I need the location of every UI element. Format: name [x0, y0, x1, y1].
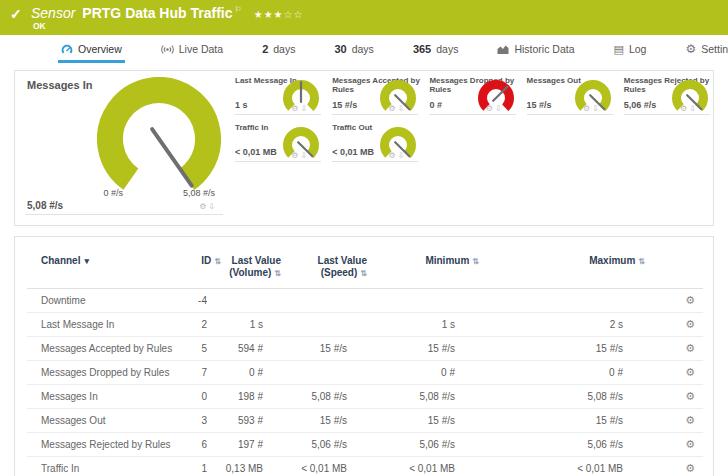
tile-divider: [235, 161, 321, 162]
tab-live-data[interactable]: Live Data: [158, 38, 226, 63]
gauges-panel: Messages In 0 #/s 5,08 #/s 5,08 #/s ⚙⇩ L…: [14, 70, 714, 226]
table-row: Downtime-4⚙: [27, 289, 703, 313]
column-header-actions: [647, 247, 703, 289]
gauge-pin-icon[interactable]: ⇩: [208, 202, 217, 211]
gauge-value: 15 #/s: [332, 100, 357, 110]
sort-icon: ⇅: [274, 269, 281, 278]
gauge-scale-min: 0 #/s: [71, 188, 123, 198]
gauge-pin-icon[interactable]: ⇩: [300, 151, 309, 160]
id-cell: 7: [177, 361, 223, 385]
gauge-pin-icon[interactable]: ⇩: [398, 104, 407, 113]
sort-icon: ⇅: [472, 257, 479, 266]
gauge-tile: Last Message In1 s⚙⇩: [227, 71, 324, 118]
column-header-maximum[interactable]: Maximum⇅: [481, 247, 647, 289]
sort-desc-icon: ▾: [84, 256, 89, 266]
tab-label: Live Data: [179, 43, 223, 55]
empty-tile: [616, 118, 713, 165]
tab-label: days: [436, 43, 458, 55]
channel-settings-icon[interactable]: ⚙: [685, 390, 695, 402]
star-filled-icon[interactable]: ★: [264, 9, 274, 20]
empty-tile: [519, 118, 616, 165]
channel-settings-icon[interactable]: ⚙: [685, 414, 695, 426]
min-cell: 5,08 #/s: [369, 385, 481, 409]
actions-cell: ⚙: [647, 361, 703, 385]
star-empty-icon[interactable]: ☆: [294, 9, 304, 20]
tab-2-days[interactable]: 2days: [259, 38, 298, 63]
table-row: Messages In0198 #5,08 #/s5,08 #/s5,08 #/…: [27, 385, 703, 409]
tab-number: 30: [334, 43, 346, 55]
star-filled-icon[interactable]: ★: [254, 9, 264, 20]
gauge-value: 0 #: [429, 100, 442, 110]
table-header-row: Channel▾ ID⇅ Last Value(Volume)⇅ Last Va…: [27, 247, 703, 289]
table-row: Messages Rejected by Rules6197 #5,06 #/s…: [27, 433, 703, 457]
channel-cell: Messages Out: [27, 409, 177, 433]
tab-label: Historic Data: [514, 43, 574, 55]
column-header-id[interactable]: ID⇅: [177, 247, 223, 289]
channel-settings-icon[interactable]: ⚙: [685, 294, 695, 306]
min-cell: < 0,01 MB: [369, 457, 481, 476]
max-cell: < 0,01 MB: [481, 457, 647, 476]
tile-divider: [332, 114, 418, 115]
tab-label: Log: [629, 43, 647, 55]
max-cell: [481, 289, 647, 313]
id-cell: 5: [177, 337, 223, 361]
gauge-settings-icon[interactable]: ⚙: [199, 202, 208, 211]
flag-icon[interactable]: ⚐: [235, 5, 242, 14]
star-empty-icon[interactable]: ☆: [284, 9, 294, 20]
max-cell: 2 s: [481, 313, 647, 337]
gauge-tile: Messages Accepted by Rules15 #/s⚙⇩: [324, 71, 421, 118]
actions-cell: ⚙: [647, 409, 703, 433]
gauge-settings-icon[interactable]: ⚙: [680, 104, 689, 113]
gauge-settings-icon[interactable]: ⚙: [389, 151, 398, 160]
gauge-settings-icon[interactable]: ⚙: [389, 104, 398, 113]
gauge-icon: [61, 44, 73, 55]
min-cell: 1 s: [369, 313, 481, 337]
actions-cell: ⚙: [647, 433, 703, 457]
speed-cell: [283, 289, 369, 313]
sort-icon: ⇅: [360, 269, 367, 278]
tab-overview[interactable]: Overview: [58, 38, 125, 63]
gauge-value: 5,06 #/s: [624, 100, 657, 110]
channel-settings-icon[interactable]: ⚙: [685, 366, 695, 378]
column-header-last-value-volume[interactable]: Last Value(Volume)⇅: [223, 247, 283, 289]
channel-cell: Traffic In: [27, 457, 177, 476]
channel-settings-icon[interactable]: ⚙: [685, 318, 695, 330]
gauge-tile: Traffic In< 0,01 MB⚙⇩: [227, 118, 324, 165]
tab-historic-data[interactable]: Historic Data: [494, 38, 577, 63]
channel-settings-icon[interactable]: ⚙: [685, 438, 695, 450]
gauge-pin-icon[interactable]: ⇩: [300, 104, 309, 113]
vol-cell: 594 #: [223, 337, 283, 361]
min-cell: 0 #: [369, 361, 481, 385]
column-header-minimum[interactable]: Minimum⇅: [369, 247, 481, 289]
gauge-scale-max: 5,08 #/s: [149, 188, 215, 198]
vol-cell: [223, 289, 283, 313]
gauge-pin-icon[interactable]: ⇩: [398, 151, 407, 160]
tab-30-days[interactable]: 30days: [331, 38, 376, 63]
tab-label: days: [273, 43, 295, 55]
channel-settings-icon[interactable]: ⚙: [685, 342, 695, 354]
speed-cell: 5,06 #/s: [283, 433, 369, 457]
sort-icon: ⇅: [214, 257, 221, 266]
tab-settings[interactable]: ⚙Settings: [682, 38, 728, 63]
object-type-label: Sensor: [31, 5, 75, 21]
tab-365-days[interactable]: 365days: [410, 38, 462, 63]
gauge-pin-icon[interactable]: ⇩: [495, 104, 504, 113]
star-filled-icon[interactable]: ★: [274, 9, 284, 20]
column-header-last-value-speed[interactable]: Last Value(Speed)⇅: [283, 247, 369, 289]
actions-cell: ⚙: [647, 337, 703, 361]
status-badge: OK: [33, 21, 46, 31]
primary-gauge: [97, 77, 221, 205]
channel-settings-icon[interactable]: ⚙: [685, 462, 695, 474]
gauge-settings-icon[interactable]: ⚙: [486, 104, 495, 113]
vol-cell: 593 #: [223, 409, 283, 433]
max-cell: 5,08 #/s: [481, 385, 647, 409]
gauge-pin-icon[interactable]: ⇩: [689, 104, 698, 113]
tab-log[interactable]: ▤Log: [611, 38, 650, 63]
gauge-pin-icon[interactable]: ⇩: [592, 104, 601, 113]
actions-cell: ⚙: [647, 457, 703, 476]
gauge-settings-icon[interactable]: ⚙: [583, 104, 592, 113]
speed-cell: < 0,01 MB: [283, 457, 369, 476]
priority-star-rating[interactable]: ★★★☆☆: [254, 9, 304, 20]
max-cell: 5,06 #/s: [481, 433, 647, 457]
column-header-channel[interactable]: Channel▾: [27, 247, 177, 289]
